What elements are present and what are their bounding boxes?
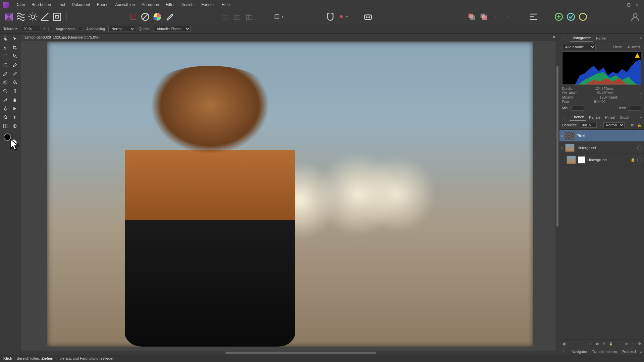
snap-icon[interactable] [325,11,336,22]
tab-pinsel[interactable]: Pinsel [603,114,617,120]
max-input[interactable] [628,106,641,111]
sync-settings-icon[interactable] [578,11,588,22]
panel-menu-icon[interactable]: ≡ [640,350,642,354]
smudge-tool[interactable] [10,96,19,104]
layer-thumbnail[interactable] [565,132,575,140]
assistant-icon[interactable] [363,11,373,22]
layer-name[interactable]: Hintergrund [587,158,629,162]
persona-tone-icon[interactable] [40,11,50,22]
layer-thumbnail[interactable] [565,144,575,152]
channel-select[interactable]: Alle Kanäle [562,44,596,50]
layer-blend-select[interactable]: Normal [603,122,625,128]
add-pixel-layer-icon[interactable]: ▫ [631,341,635,346]
node-tool[interactable] [10,105,19,113]
visibility-toggle[interactable] [637,145,642,150]
align-left-icon[interactable] [220,11,230,22]
menu-auswaehlen[interactable]: Auswählen [112,1,138,8]
erase-tool[interactable] [10,70,19,78]
swatch-button[interactable] [128,11,139,22]
menu-ansicht[interactable]: Ansicht [178,1,198,8]
layer-fx-icon[interactable]: ✲ [630,123,634,128]
account-icon[interactable] [630,11,641,22]
tab-stock[interactable]: Stock [618,114,631,120]
eyedropper-tool-icon[interactable] [164,11,175,22]
distribute-icon[interactable] [528,11,539,22]
gradient-tool[interactable] [10,87,19,95]
menu-text[interactable]: Text [54,1,68,8]
visibility-toggle[interactable] [637,158,642,162]
zoom-tool[interactable] [1,87,10,95]
layer-lock-icon[interactable]: 🔒 [637,123,641,128]
group-layers-icon[interactable]: ▭ [624,341,629,346]
mask-layer-icon[interactable]: ◻ [588,341,593,346]
layer-row[interactable]: ▸ Pixel [559,130,644,142]
scope-auswahl[interactable]: Auswahl [626,45,641,49]
arrange-forward-icon[interactable]: ▫ [490,11,501,22]
document-canvas[interactable] [47,42,533,347]
anchor-button[interactable]: ▾ [273,11,283,22]
dodge-tool[interactable] [1,96,10,104]
layer-thumbnail[interactable] [567,156,576,164]
align-right-icon[interactable] [244,11,255,22]
opacity-input[interactable] [580,123,597,128]
blend-mode-select[interactable]: Normal [108,26,135,32]
background-swatch[interactable] [10,139,17,147]
layer-row[interactable]: ▸ Hintergrund [559,142,644,154]
arrange-back-icon[interactable] [478,11,489,22]
selection-brush-tool[interactable] [1,44,10,52]
color-swatches[interactable] [4,133,17,147]
blend-ranges-icon[interactable]: ▦ [561,341,566,346]
menu-datei[interactable]: Datei [12,1,28,8]
menu-anordnen[interactable]: Anordnen [138,1,162,8]
tab-transformieren[interactable]: Transformieren [590,349,619,355]
tab-farbe[interactable]: Farbe [594,35,608,41]
crop-tool[interactable] [10,44,19,52]
menu-bearbeiten[interactable]: Bearbeiten [28,1,54,8]
close-icon[interactable]: ✕ [635,2,639,7]
flood-fill-tool[interactable] [10,78,19,86]
sync-update-icon[interactable] [566,11,576,22]
tab-kanaele[interactable]: Kanäle [587,114,602,120]
lock-icon[interactable]: 🔒 [631,158,635,162]
snap-options-icon[interactable]: ▾ [337,11,348,22]
layer-mask-thumbnail[interactable] [578,156,585,164]
menu-dokument[interactable]: Dokument [68,1,94,8]
panel-menu-icon[interactable]: ≡ [640,36,642,40]
menu-filter[interactable]: Filter [162,1,178,8]
layer-name[interactable]: Hintergrund [577,146,635,150]
persona-export-icon[interactable] [52,11,62,22]
scope-ebene[interactable]: Ebene [611,45,624,49]
menu-hilfe[interactable]: Hilfe [218,1,233,8]
tab-histogramm[interactable]: Histogramm [570,35,593,42]
view-tool[interactable] [1,35,10,43]
text-tool[interactable] [10,113,19,121]
horizontal-scrollbar[interactable] [21,351,559,355]
expand-icon[interactable]: ▸ [561,134,563,137]
arrange-front-icon[interactable] [466,11,477,22]
persona-liquify-icon[interactable] [15,11,26,22]
shape-tool[interactable] [1,113,10,121]
live-filter-icon[interactable]: ⌛ [608,341,613,346]
pencil-tool[interactable] [1,70,10,78]
arrange-backward-icon[interactable]: ▫ [502,11,513,22]
sync-add-icon[interactable] [553,11,564,22]
pen-tool[interactable] [1,105,10,113]
contiguous-checkbox[interactable]: ✓ [48,27,52,31]
color-wheel-icon[interactable] [152,11,163,22]
antialias-checkbox[interactable] [79,27,83,31]
marquee-tool[interactable] [1,52,10,60]
maximize-icon[interactable]: ▢ [627,2,631,7]
freehand-select-tool[interactable] [1,61,10,69]
layer-name[interactable]: Pixel [577,134,635,138]
tab-protokoll[interactable]: Protokoll [620,349,638,355]
min-input[interactable] [571,106,584,111]
expand-icon[interactable]: ▸ [561,146,563,149]
canvas-viewport[interactable] [21,41,559,351]
adjustment-layer-icon[interactable]: ◐ [595,341,600,346]
menu-fenster[interactable]: Fenster [198,1,218,8]
persona-photo-icon[interactable] [3,11,14,22]
tab-navigator[interactable]: Navigator [570,349,589,355]
visibility-toggle[interactable] [637,133,642,138]
source-select[interactable]: Aktuelle Ebene [154,26,191,32]
panel-menu-icon[interactable]: ≡ [640,115,642,119]
